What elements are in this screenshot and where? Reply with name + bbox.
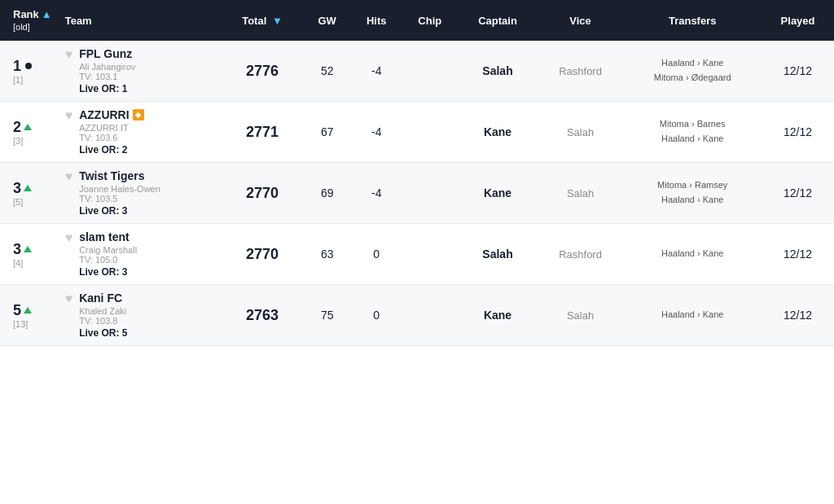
played-header[interactable]: Played [762, 0, 834, 41]
live-or: Live OR: 3 [79, 205, 160, 217]
gw-cell: 63 [303, 224, 351, 285]
chip-cell [402, 163, 458, 224]
team-name: FPL Gunz [79, 47, 135, 60]
team-cell: ♥ AZZURRI ◆ AZZURRI IT TV: 103.6 Live OR… [59, 102, 222, 163]
rank-sort-arrow: ▲ [42, 8, 52, 20]
played-cell: 12/12 [762, 285, 834, 346]
hits-cell: -4 [351, 163, 402, 224]
played-cell: 12/12 [762, 41, 834, 102]
played-cell: 12/12 [762, 163, 834, 224]
vice-cell: Rashford [538, 224, 623, 285]
hits-header[interactable]: Hits [351, 0, 402, 41]
tv-value: TV: 103.6 [79, 133, 143, 142]
vice-value: Salah [567, 126, 594, 138]
chip-cell [402, 41, 458, 102]
table-row: 3 [4] ♥ slam tent Craig Marshall TV: 105… [0, 224, 834, 285]
transfer-line-1: Mitoma › Barnes [630, 117, 755, 132]
total-cell: 2771 [222, 102, 304, 163]
live-or: Live OR: 2 [79, 144, 143, 156]
rank-old: [1] [13, 75, 52, 85]
rank-header[interactable]: Rank▲ [old] [0, 0, 59, 41]
favorite-icon[interactable]: ♥ [65, 169, 73, 184]
played-value: 12/12 [784, 248, 812, 261]
transfers-cell: Mitoma › RamseyHaaland › Kane [623, 163, 762, 224]
rank-up-icon [24, 185, 32, 191]
vice-cell: Salah [538, 163, 623, 224]
vice-value: Salah [567, 187, 594, 199]
rank-cell: 1 [1] [0, 41, 59, 102]
rank-number: 3 [13, 180, 21, 197]
gw-value: 67 [321, 125, 334, 138]
transfer-line-1: Haaland › Kane [630, 247, 755, 261]
rank-label: Rank [13, 8, 39, 20]
gw-cell: 52 [303, 41, 351, 102]
manager-name: Ali Jahangirov [79, 62, 135, 72]
table-row: 1 [1] ♥ FPL Gunz Ali Jahangirov TV: 103.… [0, 41, 834, 102]
total-cell: 2770 [222, 163, 304, 224]
favorite-icon[interactable]: ♥ [65, 230, 73, 245]
vice-cell: Salah [538, 285, 623, 346]
chip-cell [402, 285, 458, 346]
transfers-cell: Mitoma › BarnesHaaland › Kane [623, 102, 762, 163]
captain-cell: Kane [458, 163, 538, 224]
captain-value: Kane [484, 309, 511, 322]
rank-cell: 3 [4] [0, 224, 59, 285]
captain-cell: Salah [458, 41, 538, 102]
gw-header[interactable]: GW [303, 0, 351, 41]
favorite-icon[interactable]: ♥ [65, 47, 73, 62]
transfer-line-2: Mitoma › Ødegaard [630, 71, 755, 85]
total-header[interactable]: Total ▼ [222, 0, 304, 41]
hits-value: 0 [373, 309, 380, 322]
played-cell: 12/12 [762, 102, 834, 163]
leaderboard-table: Rank▲ [old] Team Total ▼ GW Hits [0, 0, 834, 346]
chip-header[interactable]: Chip [402, 0, 458, 41]
team-cell: ♥ FPL Gunz Ali Jahangirov TV: 103.1 Live… [59, 41, 222, 102]
gw-cell: 67 [303, 102, 351, 163]
vice-value: Rashford [559, 248, 602, 261]
rank-old: [5] [13, 197, 52, 207]
hits-cell: 0 [351, 224, 402, 285]
live-or: Live OR: 3 [79, 266, 137, 278]
captain-header[interactable]: Captain [458, 0, 538, 41]
rank-up-icon [24, 124, 32, 130]
rank-number: 2 [13, 119, 21, 136]
rank-number: 5 [13, 302, 21, 319]
gw-value: 52 [321, 64, 334, 77]
live-or: Live OR: 5 [79, 327, 127, 339]
team-name: Twist Tigers [79, 169, 160, 182]
manager-name: Joanne Hales-Owen [79, 184, 160, 194]
rank-number: 1 [13, 58, 21, 75]
gw-cell: 69 [303, 163, 351, 224]
team-name: Kani FC [79, 291, 127, 305]
favorite-icon[interactable]: ♥ [65, 108, 73, 123]
captain-value: Kane [484, 186, 511, 199]
rank-cell: 5 [13] [0, 285, 59, 346]
rank-old: [13] [13, 319, 52, 329]
total-value: 2771 [246, 124, 279, 140]
gw-value: 69 [321, 186, 334, 199]
rank-up-icon [24, 307, 32, 313]
rank-old: [4] [13, 258, 52, 268]
rank-same-icon [25, 63, 32, 69]
transfer-line-2: Haaland › Kane [630, 132, 755, 147]
hits-value: -4 [371, 125, 381, 138]
favorite-icon[interactable]: ♥ [65, 291, 73, 306]
played-value: 12/12 [784, 309, 812, 322]
captain-cell: Kane [458, 102, 538, 163]
manager-name: Craig Marshall [79, 245, 137, 255]
transfer-line-1: Haaland › Kane [630, 308, 755, 322]
hits-value: 0 [373, 248, 380, 261]
total-value: 2776 [246, 63, 279, 79]
total-sort-arrow: ▼ [272, 15, 283, 27]
manager-name: Khaled Zaki [79, 306, 127, 316]
table-row: 5 [13] ♥ Kani FC Khaled Zaki TV: 103.8 L… [0, 285, 834, 346]
team-name: slam tent [79, 230, 137, 243]
manager-name: AZZURRI IT [79, 123, 143, 133]
transfers-header[interactable]: Transfers [623, 0, 762, 41]
transfers-cell: Haaland › Kane [623, 285, 762, 346]
played-value: 12/12 [784, 125, 812, 138]
played-value: 12/12 [784, 186, 812, 199]
rank-cell: 3 [5] [0, 163, 59, 224]
vice-header[interactable]: Vice [538, 0, 623, 41]
total-cell: 2763 [222, 285, 304, 346]
